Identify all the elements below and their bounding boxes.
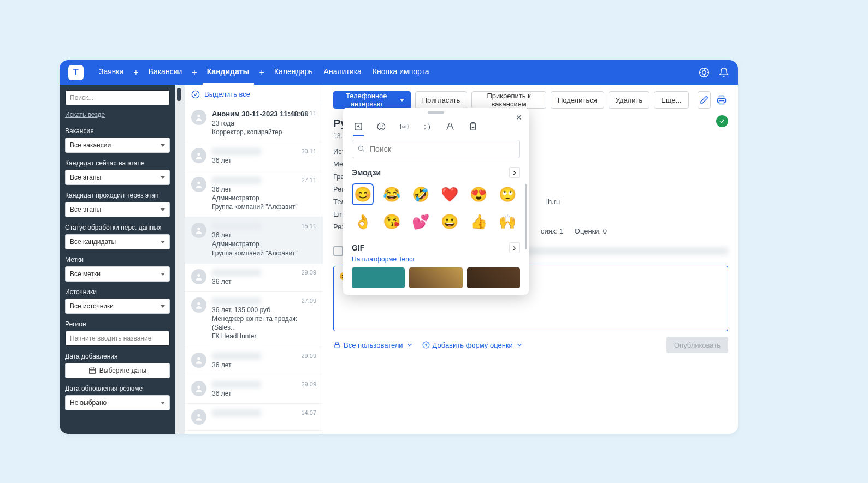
nav-vacancies[interactable]: Вакансии (144, 60, 187, 85)
svg-point-5 (197, 153, 200, 156)
candidate-item[interactable]: 36 лет 29.09 (185, 264, 323, 292)
candidate-list-column: Выделить все Аноним 30-11-2023 11:48:08 … (185, 85, 323, 434)
notification-icon[interactable] (718, 67, 729, 78)
emoji-item[interactable]: 👌 (352, 211, 374, 232)
emoji-picker: ✕ GIF ;-) Эмодзи › 😊😂🤣❤️😍🙄� (343, 108, 529, 295)
add-request-icon[interactable]: + (130, 68, 141, 77)
avatar (191, 409, 206, 425)
sources-filter[interactable]: Все источники (65, 299, 170, 314)
tab-clipboard-icon[interactable] (468, 121, 479, 132)
search-input[interactable] (65, 90, 170, 105)
emoji-item[interactable]: 🤣 (410, 183, 432, 205)
app-logo[interactable]: T (68, 65, 84, 80)
date-resume-filter[interactable]: Не выбрано (65, 395, 170, 410)
candidate-sub: 36 лет, 135 000 руб. (212, 306, 316, 314)
emoji-scrollbar[interactable] (525, 184, 527, 249)
candidate-item[interactable]: 14.07 (185, 404, 323, 431)
filter-label: Источники (65, 288, 170, 296)
stage-dropdown[interactable]: Телефонное интервью (333, 91, 411, 109)
nav-calendar[interactable]: Календарь (270, 60, 317, 85)
candidate-item[interactable]: 36 лет, 135 000 руб. Менеджер контента п… (185, 292, 323, 347)
emoji-item[interactable]: 😊 (352, 183, 374, 205)
candidate-item[interactable]: 36 лет Администратор Группа компаний "Ал… (185, 171, 323, 218)
svg-point-17 (380, 126, 380, 126)
expand-gif-icon[interactable]: › (509, 242, 520, 253)
candidate-name-blurred (212, 177, 261, 184)
candidate-item[interactable]: Аноним 30-11-2023 11:48:08 23 года Корре… (185, 104, 323, 142)
gif-thumbnail[interactable] (352, 267, 405, 288)
status-check-icon (716, 115, 728, 127)
edit-icon[interactable] (698, 91, 711, 109)
candidate-item[interactable]: 36 лет 30.11 (185, 142, 323, 171)
sidebar-scroll[interactable] (175, 85, 185, 434)
status-filter[interactable]: Все кандидаты (65, 234, 170, 249)
select-all-button[interactable]: Выделить все (185, 85, 323, 104)
emoji-item[interactable]: 😀 (439, 211, 460, 232)
tab-kaomoji-icon[interactable]: ;-) (422, 121, 433, 132)
candidate-name-blurred (212, 297, 261, 305)
attach-button[interactable]: Прикрепить к вакансиям (471, 91, 546, 109)
invite-button[interactable]: Пригласить (415, 91, 468, 109)
tab-symbols-icon[interactable] (445, 121, 456, 132)
date-added-button[interactable]: Выберите даты (65, 363, 170, 378)
emoji-item[interactable]: ❤️ (439, 183, 460, 205)
emoji-item[interactable]: 🙄 (497, 183, 518, 205)
vacancy-filter[interactable]: Все вакансии (65, 138, 170, 153)
drag-handle[interactable] (428, 111, 444, 114)
main-nav: Заявки + Вакансии + Кандидаты + Календар… (95, 60, 434, 85)
svg-rect-13 (335, 344, 339, 348)
tab-recent-icon[interactable] (353, 121, 364, 132)
nav-analytics[interactable]: Аналитика (320, 60, 366, 85)
vacancies-count: сиях: 1 (541, 227, 564, 235)
candidate-item[interactable]: 36 лет 29.09 (185, 347, 323, 375)
gif-thumbnail[interactable] (467, 267, 520, 288)
region-input[interactable] (65, 331, 170, 346)
tab-gif-icon[interactable]: GIF (399, 121, 410, 132)
candidate-date: 29.09 (301, 353, 316, 359)
candidate-sub: 23 года (212, 119, 316, 128)
help-icon[interactable] (699, 67, 710, 78)
date-added-label: Дата добавления (65, 353, 170, 360)
candidate-date: 30.11 (301, 110, 316, 116)
svg-point-22 (358, 146, 363, 150)
candidate-sub: Группа компаний "Алфавит" (212, 202, 316, 211)
task-checkbox[interactable] (333, 246, 343, 256)
share-button[interactable]: Поделиться (551, 91, 604, 109)
visibility-button[interactable]: Все пользователи (333, 341, 414, 349)
stage-passed-filter[interactable]: Все этапы (65, 202, 170, 217)
candidate-item[interactable]: 36 лет 29.09 (185, 375, 323, 404)
emoji-item[interactable]: 🙌 (497, 211, 518, 232)
tenor-link[interactable]: На платформе Tenor (343, 253, 529, 267)
candidate-name: Аноним 30-11-2023 11:48:08 (212, 110, 316, 118)
emoji-item[interactable]: 👍 (468, 211, 489, 232)
more-button[interactable]: Еще... (654, 91, 688, 109)
avatar (191, 297, 206, 313)
emoji-item[interactable]: 😍 (468, 183, 489, 205)
expand-emoji-icon[interactable]: › (509, 167, 520, 178)
emoji-item[interactable]: 😂 (381, 183, 403, 205)
stage-now-filter[interactable]: Все этапы (65, 170, 170, 185)
add-rating-button[interactable]: Добавить форму оценки (422, 341, 523, 349)
add-vacancy-icon[interactable]: + (188, 68, 200, 77)
delete-button[interactable]: Удалить (609, 91, 650, 109)
search-everywhere-link[interactable]: Искать везде (65, 111, 170, 118)
svg-point-3 (192, 91, 199, 98)
tags-filter[interactable]: Все метки (65, 266, 170, 282)
candidate-date: 14.07 (301, 409, 316, 416)
add-candidate-icon[interactable]: + (256, 68, 268, 77)
candidate-item[interactable]: 36 лет Администратор Группа компаний "Ал… (185, 217, 323, 264)
nav-import[interactable]: Кнопка импорта (368, 60, 434, 85)
nav-requests[interactable]: Заявки (95, 60, 128, 85)
print-icon[interactable] (715, 91, 728, 109)
candidate-sub: 36 лет (212, 277, 316, 286)
nav-candidates[interactable]: Кандидаты (203, 60, 254, 85)
emoji-item[interactable]: 💕 (410, 211, 432, 232)
emoji-item[interactable]: 😘 (381, 211, 403, 232)
close-icon[interactable]: ✕ (516, 113, 522, 122)
filter-label: Кандидат сейчас на этапе (65, 159, 170, 167)
candidate-date: 27.09 (301, 297, 316, 304)
emoji-search-input[interactable] (352, 140, 520, 158)
tab-emoji-icon[interactable] (376, 121, 387, 132)
gif-thumbnail[interactable] (409, 267, 462, 288)
candidate-date: 30.11 (301, 148, 316, 154)
